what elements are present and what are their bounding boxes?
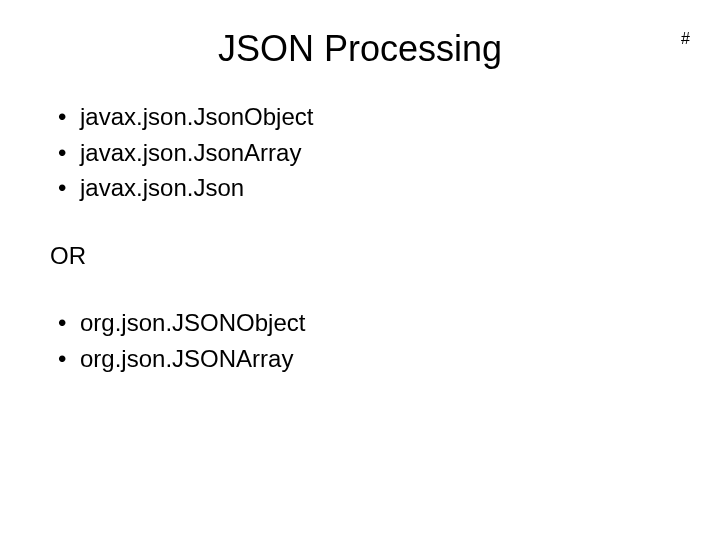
separator-text: OR <box>50 239 690 273</box>
list-item: javax.json.JsonObject <box>80 100 690 134</box>
first-bullet-list: javax.json.JsonObject javax.json.JsonArr… <box>50 100 690 205</box>
slide-title: JSON Processing <box>30 28 690 70</box>
list-item: org.json.JSONObject <box>80 306 690 340</box>
list-item: org.json.JSONArray <box>80 342 690 376</box>
second-bullet-list: org.json.JSONObject org.json.JSONArray <box>50 306 690 375</box>
list-item: javax.json.JsonArray <box>80 136 690 170</box>
list-item: javax.json.Json <box>80 171 690 205</box>
slide-number-marker: # <box>681 30 690 48</box>
slide-container: # JSON Processing javax.json.JsonObject … <box>0 0 720 540</box>
slide-content: javax.json.JsonObject javax.json.JsonArr… <box>30 100 690 376</box>
